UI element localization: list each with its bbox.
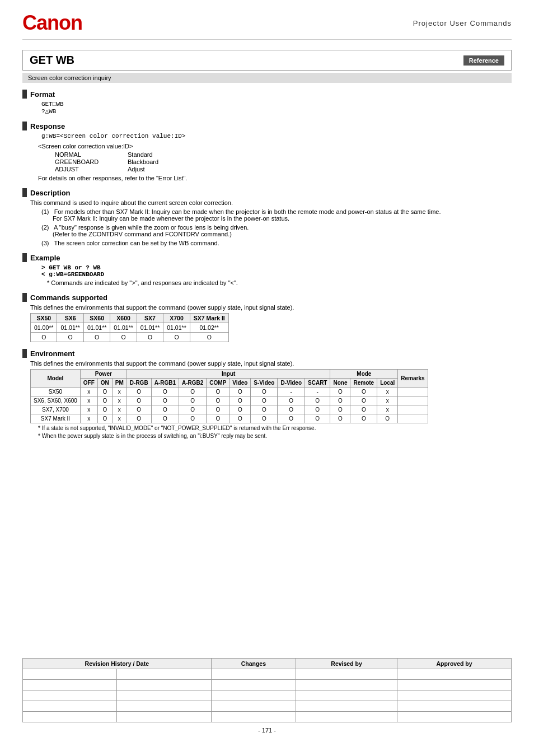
footer-r5-c1: [23, 712, 117, 722]
footer-r5-approved: [397, 712, 512, 722]
env-row-sx7: SX7, X700 x O x O O O O O O O O O O: [31, 405, 428, 414]
footer-r2-approved: [397, 680, 512, 690]
env-sx7-video: O: [229, 405, 251, 414]
footer-r4-approved: [397, 701, 512, 712]
environment-header: Environment: [22, 349, 512, 358]
env-sx7-argb2: O: [179, 405, 206, 414]
env-sx7-none: O: [330, 405, 350, 414]
env-sx6-drgb: O: [127, 396, 151, 405]
response-title: Response: [30, 122, 65, 130]
env-sx50-argb2: O: [179, 388, 206, 396]
env-th-none: None: [330, 379, 350, 388]
env-sx6-scart: O: [305, 396, 330, 405]
commands-supported-bar: [22, 293, 27, 302]
cmd-ver-sx6: 01.01**: [57, 323, 83, 333]
env-model-sx6: SX6, SX60, X600: [31, 396, 81, 405]
env-sx6-pm: x: [112, 396, 127, 405]
desc-num-3: (3): [41, 240, 53, 246]
commands-supported-table: SX50 SX6 SX60 X600 SX7 X700 SX7 Mark II …: [30, 313, 229, 342]
desc-num-2: (2): [41, 224, 53, 231]
description-intro: This command is used to inquire about th…: [30, 199, 512, 206]
cmd-col-sx6: SX6: [57, 314, 83, 323]
cmd-val-sx50: O: [31, 333, 57, 342]
cmd-ver-sx50: 01.00**: [31, 323, 57, 333]
footer-section: Revision History / Date Changes Revised …: [22, 658, 512, 734]
response-val-1: Standard: [128, 151, 153, 158]
footer-th-changes: Changes: [211, 659, 296, 669]
env-sx6-off: x: [80, 396, 97, 405]
env-header-row1: Model Power Input Mode Remarks: [31, 370, 428, 379]
page-number: - 171 -: [22, 727, 512, 734]
cmd-ver-x700: 01.01**: [163, 323, 190, 333]
env-th-pm: PM: [112, 379, 127, 388]
desc-item-2: (2) A "busy" response is given while the…: [41, 224, 512, 237]
env-th-dvideo: D-Video: [278, 379, 305, 388]
env-sx7markii-comp: O: [207, 414, 229, 423]
env-sx7markii-on: O: [97, 414, 112, 423]
cmd-ver-sx60: 01.01**: [83, 323, 110, 333]
response-note: For details on other responses, refer to…: [38, 175, 512, 181]
example-content: > GET WB or ? WB < g:WB=GREENBOARD * Com…: [30, 264, 512, 286]
format-header: Format: [22, 90, 512, 99]
footer-r4-changes: [211, 701, 296, 712]
env-sx7-remarks: [398, 405, 428, 414]
footer-r2-c1: [23, 680, 117, 690]
env-sx7markii-pm: x: [112, 414, 127, 423]
response-header: Response: [22, 122, 512, 130]
commands-supported-header: Commands supported: [22, 293, 512, 302]
env-sx50-comp: O: [207, 388, 229, 396]
env-sx50-pm: x: [112, 388, 127, 396]
env-th-local: Local: [377, 379, 398, 388]
example-header: Example: [22, 253, 512, 262]
footer-th-approved: Approved by: [397, 659, 512, 669]
env-sx6-argb1: O: [151, 396, 179, 405]
env-sx7-argb1: O: [151, 405, 179, 414]
response-table: <Screen color correction value:ID> NORMA…: [38, 143, 512, 181]
env-th-argb2: A-RGB2: [179, 379, 206, 388]
description-bar: [22, 188, 27, 197]
cmd-val-x600: O: [110, 333, 137, 342]
subtitle-bar: Screen color correction inquiry: [22, 73, 512, 83]
cmd-col-x600: X600: [110, 314, 137, 323]
environment-title: Environment: [30, 349, 74, 358]
response-row-3: ADJUST Adjust: [38, 166, 512, 172]
cmd-col-sx50: SX50: [31, 314, 57, 323]
example-output: < g:WB=GREENBOARD: [41, 271, 512, 278]
env-sx7markii-argb2: O: [179, 414, 206, 423]
env-sx50-none: O: [330, 388, 350, 396]
cmd-ver-sx7: 01.01**: [137, 323, 163, 333]
response-key-3: ADJUST: [38, 166, 128, 172]
env-sx7markii-scart: O: [305, 414, 330, 423]
footer-th-revision: Revision History / Date: [23, 659, 212, 669]
footer-r1-c2: [117, 669, 211, 680]
env-sx6-local: x: [377, 396, 398, 405]
footer-r4-revised: [296, 701, 397, 712]
env-sx7-local: x: [377, 405, 398, 414]
footer-r5-revised: [296, 712, 397, 722]
format-section: Format GET□WB ?△WB: [22, 90, 512, 115]
env-sx50-scart: -: [305, 388, 330, 396]
environment-intro: This defines the environments that suppo…: [30, 360, 512, 367]
env-th-argb1: A-RGB1: [151, 379, 179, 388]
env-sx50-svideo: O: [251, 388, 278, 396]
cmd-col-sx7: SX7: [137, 314, 163, 323]
env-sx50-argb1: O: [151, 388, 179, 396]
env-sx50-on: O: [97, 388, 112, 396]
env-sx6-dvideo: O: [278, 396, 305, 405]
env-sx6-on: O: [97, 396, 112, 405]
desc-item-3: (3) The screen color correction can be s…: [41, 240, 512, 246]
env-sx50-local: x: [377, 388, 398, 396]
cmd-value-row: O O O O O O O: [31, 333, 229, 342]
cmd-col-sx7markii: SX7 Mark II: [190, 314, 228, 323]
env-sx50-dvideo: -: [278, 388, 305, 396]
footer-r2-c2: [117, 680, 211, 690]
env-row-sx7markii: SX7 Mark II x O x O O O O O O O O O O: [31, 414, 428, 423]
description-list: (1) For models other than SX7 Mark II: I…: [41, 208, 512, 246]
description-title: Description: [30, 189, 71, 197]
footer-r1-revised: [296, 669, 397, 680]
env-th-comp: COMP: [207, 379, 229, 388]
response-row-2: GREENBOARD Blackboard: [38, 158, 512, 165]
cmd-val-sx7: O: [137, 333, 163, 342]
footer-r3-c1: [23, 690, 117, 701]
format-content: GET□WB ?△WB: [30, 101, 512, 115]
